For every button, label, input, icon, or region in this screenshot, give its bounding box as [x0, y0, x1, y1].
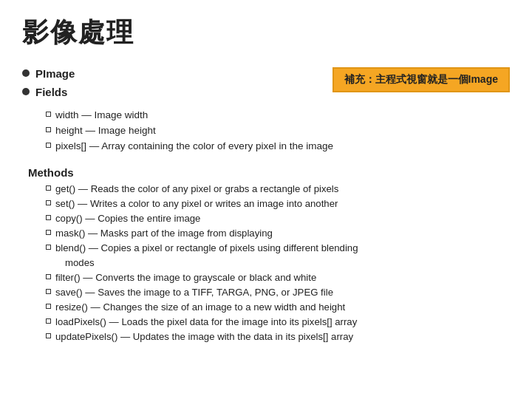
method-bullet-filter	[46, 274, 51, 279]
method-mask: mask() — Masks part of the image from di…	[46, 226, 510, 241]
method-blend: blend() — Copies a pixel or rectangle of…	[46, 241, 510, 270]
method-bullet-updatepixels	[46, 333, 51, 338]
field-text-pixels: pixels[] — Array containing the color of…	[55, 139, 333, 154]
field-bullet-width	[46, 112, 51, 117]
method-bullet-blend	[46, 245, 51, 250]
methods-title-row: Methods	[22, 166, 510, 179]
field-text-width: width — Image width	[55, 108, 148, 123]
method-bullet-save	[46, 289, 51, 294]
method-text-resize: resize() — Changes the size of an image …	[55, 300, 345, 315]
page-title: 影像處理	[22, 15, 510, 51]
method-text-updatepixels: updatePixels() — Updates the image with …	[55, 330, 353, 344]
method-loadpixels: loadPixels() — Loads the pixel data for …	[46, 315, 510, 330]
method-text-get: get() — Reads the color of any pixel or …	[55, 182, 338, 197]
field-text-height: height — Image height	[55, 123, 156, 139]
method-resize: resize() — Changes the size of an image …	[46, 300, 510, 315]
top-left: PImage Fields	[22, 66, 75, 100]
method-text-copy: copy() — Copies the entire image	[55, 211, 200, 226]
method-get: get() — Reads the color of any pixel or …	[46, 182, 510, 197]
fields-section: width — Image width height — Image heigh…	[46, 108, 510, 154]
pimage-bullet-dot	[22, 69, 30, 77]
content: PImage Fields 補充：主程式視窗就是一個Image width — …	[22, 66, 510, 344]
callout-box: 補充：主程式視窗就是一個Image	[332, 67, 510, 92]
methods-section: Methods get() — Reads the color of any p…	[22, 166, 510, 345]
method-bullet-set	[46, 200, 51, 205]
field-bullet-pixels	[46, 143, 51, 148]
field-item-width: width — Image width	[46, 108, 510, 123]
method-text-set: set() — Writes a color to any pixel or w…	[55, 197, 338, 211]
field-item-pixels: pixels[] — Array containing the color of…	[46, 139, 510, 154]
method-text-filter: filter() — Converts the image to graysca…	[55, 270, 316, 285]
fields-item: Fields	[22, 84, 75, 101]
methods-label: Methods	[28, 166, 74, 179]
field-item-height: height — Image height	[46, 123, 510, 139]
page: 影像處理 PImage Fields 補充：主程式視窗就是一個Image	[0, 0, 532, 399]
method-text-save: save() — Saves the image to a TIFF, TARG…	[55, 285, 333, 300]
method-text-blend: blend() — Copies a pixel or rectangle of…	[55, 241, 358, 270]
method-bullet-get	[46, 185, 51, 191]
method-bullet-resize	[46, 304, 51, 309]
field-bullet-height	[46, 127, 51, 132]
method-bullet-copy	[46, 215, 51, 220]
method-copy: copy() — Copies the entire image	[46, 211, 510, 226]
pimage-item: PImage	[22, 66, 75, 83]
pimage-label: PImage	[35, 66, 75, 83]
method-save: save() — Saves the image to a TIFF, TARG…	[46, 285, 510, 300]
method-updatepixels: updatePixels() — Updates the image with …	[46, 330, 510, 344]
method-bullet-loadpixels	[46, 318, 51, 324]
method-text-loadpixels: loadPixels() — Loads the pixel data for …	[55, 315, 357, 330]
method-set: set() — Writes a color to any pixel or w…	[46, 197, 510, 211]
methods-items: get() — Reads the color of any pixel or …	[46, 182, 510, 345]
method-bullet-mask	[46, 230, 51, 235]
top-section: PImage Fields 補充：主程式視窗就是一個Image	[22, 66, 510, 100]
method-text-mask: mask() — Masks part of the image from di…	[55, 226, 273, 241]
fields-bullet-dot	[22, 88, 30, 95]
method-filter: filter() — Converts the image to graysca…	[46, 270, 510, 285]
fields-label: Fields	[35, 84, 67, 101]
